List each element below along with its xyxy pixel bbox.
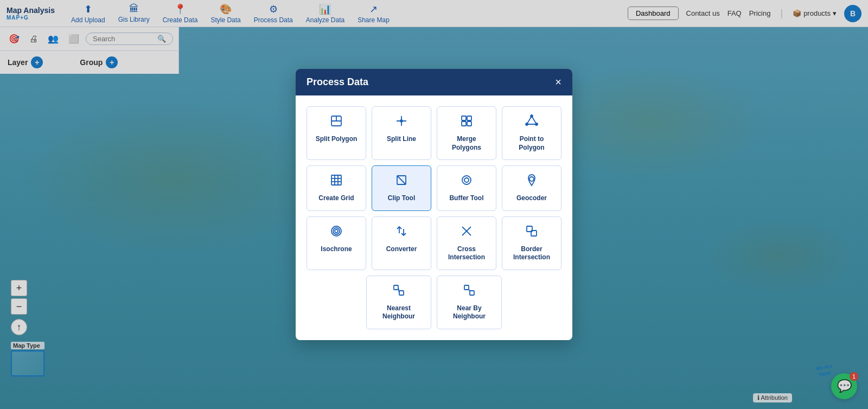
svg-point-25 [333, 228, 340, 234]
cross-intersection-label: Cross Intersection [442, 245, 492, 262]
merge-polygons-icon [460, 114, 473, 131]
converter-icon [395, 225, 408, 241]
buffer-tool-icon [460, 174, 473, 190]
create-grid-label: Create Grid [318, 194, 354, 203]
near-by-neighbour-icon [463, 284, 476, 300]
svg-line-20 [397, 176, 406, 184]
svg-rect-9 [467, 122, 471, 126]
tool-create-grid[interactable]: Create Grid [307, 165, 366, 211]
nearest-neighbour-label: Nearest Neighbour [371, 304, 426, 321]
create-grid-icon [330, 174, 343, 190]
svg-point-22 [462, 176, 471, 184]
tool-border-intersection[interactable]: Border Intersection [502, 216, 561, 270]
modal-body: Split Polygon Split Line Merge Polygons [296, 95, 572, 340]
svg-rect-33 [394, 285, 398, 290]
tool-grid-row4: Nearest Neighbour Near By Neighbour [307, 276, 561, 329]
border-intersection-label: Border Intersection [507, 245, 557, 262]
tool-grid-row2: Create Grid Clip Tool Buffer Tool [307, 165, 561, 211]
tool-isochrone[interactable]: Isochrone [307, 216, 366, 270]
svg-rect-37 [470, 291, 474, 295]
tool-nearest-neighbour[interactable]: Nearest Neighbour [366, 276, 431, 329]
merge-polygons-label: Merge Polygons [442, 135, 492, 152]
near-by-neighbour-label: Near By Neighbour [442, 304, 497, 321]
geocoder-label: Geocoder [516, 194, 547, 203]
tool-geocoder[interactable]: Geocoder [502, 165, 561, 211]
tool-merge-polygons[interactable]: Merge Polygons [437, 106, 496, 160]
svg-point-12 [535, 123, 538, 125]
point-to-polygon-icon [525, 114, 538, 131]
tool-converter[interactable]: Converter [372, 216, 431, 270]
svg-rect-14 [331, 175, 341, 185]
svg-line-35 [398, 287, 399, 293]
svg-line-38 [469, 290, 470, 291]
isochrone-icon [330, 225, 343, 241]
split-polygon-icon [330, 114, 343, 131]
svg-point-11 [531, 115, 533, 117]
tool-grid-row3: Isochrone Converter Cross Intersection [307, 216, 561, 270]
split-line-icon [395, 114, 408, 131]
svg-point-5 [400, 120, 403, 122]
tool-split-polygon[interactable]: Split Polygon [307, 106, 366, 160]
svg-point-21 [464, 178, 469, 182]
svg-point-13 [526, 123, 528, 125]
clip-tool-icon [395, 174, 408, 190]
tool-cross-intersection[interactable]: Cross Intersection [437, 216, 496, 270]
split-polygon-label: Split Polygon [316, 135, 358, 144]
modal-title: Process Data [307, 76, 368, 88]
geocoder-icon [525, 174, 538, 190]
svg-rect-8 [462, 122, 466, 126]
svg-rect-7 [467, 116, 471, 120]
tool-grid-row1: Split Polygon Split Line Merge Polygons [307, 106, 561, 160]
border-intersection-icon [525, 225, 538, 241]
tool-buffer-tool[interactable]: Buffer Tool [437, 165, 496, 211]
nearest-neighbour-icon [392, 284, 405, 300]
isochrone-label: Isochrone [321, 245, 352, 254]
clip-tool-label: Clip Tool [388, 194, 415, 203]
svg-rect-6 [462, 116, 466, 120]
tool-split-line[interactable]: Split Line [372, 106, 431, 160]
modal-close-button[interactable]: × [555, 76, 561, 87]
process-data-modal: Process Data × Split Polygon Split Line [296, 69, 572, 340]
modal-header: Process Data × [296, 69, 572, 95]
svg-rect-34 [399, 291, 404, 295]
converter-label: Converter [386, 245, 417, 254]
buffer-tool-label: Buffer Tool [449, 194, 483, 203]
split-line-label: Split Line [387, 135, 416, 144]
modal-overlay: Process Data × Split Polygon Split Line [0, 0, 868, 409]
svg-point-23 [529, 177, 534, 181]
tool-near-by-neighbour[interactable]: Near By Neighbour [437, 276, 502, 329]
tool-point-to-polygon[interactable]: Point to Polygon [502, 106, 561, 160]
cross-intersection-icon [460, 225, 473, 241]
point-to-polygon-label: Point to Polygon [507, 135, 557, 152]
svg-rect-36 [464, 285, 469, 290]
tool-clip-tool[interactable]: Clip Tool [372, 165, 431, 211]
svg-point-24 [335, 229, 338, 233]
